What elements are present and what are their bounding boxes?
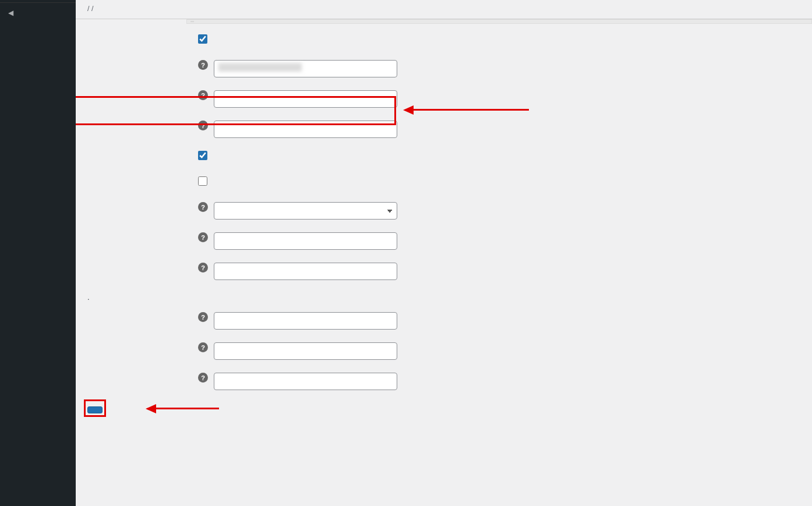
- label-image-url: [87, 263, 198, 264]
- input-api-password[interactable]: [214, 342, 397, 360]
- help-icon[interactable]: ?: [198, 312, 208, 322]
- help-icon[interactable]: ?: [198, 60, 208, 70]
- label-address-override: [87, 176, 198, 178]
- content: / / ? xxxxxxxxxxxxxxxxxxxxxx: [76, 0, 812, 506]
- input-api-username[interactable]: [214, 312, 397, 330]
- section-api-desc: .: [87, 293, 800, 302]
- help-icon[interactable]: ?: [198, 202, 208, 212]
- collapse-menu-button[interactable]: ◀: [0, 3, 76, 23]
- label-shipping-details: [87, 151, 198, 153]
- input-invoice-prefix[interactable]: [214, 121, 397, 138]
- label-paypal-token: [87, 90, 198, 92]
- debug-log-notice: [186, 19, 812, 24]
- select-payment-action[interactable]: [214, 202, 397, 220]
- log-path: [190, 21, 194, 22]
- label-api-username: [87, 312, 198, 314]
- label-api-password: [87, 342, 198, 344]
- label-ipn: [87, 34, 198, 36]
- checkbox-ipn[interactable]: [198, 34, 207, 44]
- collapse-icon: ◀: [5, 7, 16, 19]
- save-button[interactable]: [87, 406, 103, 413]
- label-invoice-prefix: [87, 121, 198, 122]
- input-api-signature[interactable]: [214, 373, 397, 390]
- help-icon[interactable]: ?: [198, 121, 208, 130]
- input-paypal-token[interactable]: [214, 90, 397, 108]
- label-api-signature: [87, 373, 198, 374]
- help-icon[interactable]: ?: [198, 90, 208, 100]
- checkbox-shipping[interactable]: [198, 151, 207, 160]
- label-page-style: [87, 232, 198, 234]
- input-page-style[interactable]: [214, 232, 397, 250]
- help-icon[interactable]: ?: [198, 373, 208, 383]
- help-icon[interactable]: ?: [198, 342, 208, 352]
- help-icon[interactable]: ?: [198, 263, 208, 273]
- input-image-url[interactable]: [214, 263, 397, 280]
- checkbox-address-override[interactable]: [198, 176, 207, 186]
- label-payment-action: [87, 202, 198, 204]
- help-icon[interactable]: ?: [198, 232, 208, 242]
- admin-sidebar: ◀: [0, 0, 76, 506]
- breadcrumb: / /: [76, 0, 812, 19]
- label-receiver-email: [87, 60, 198, 62]
